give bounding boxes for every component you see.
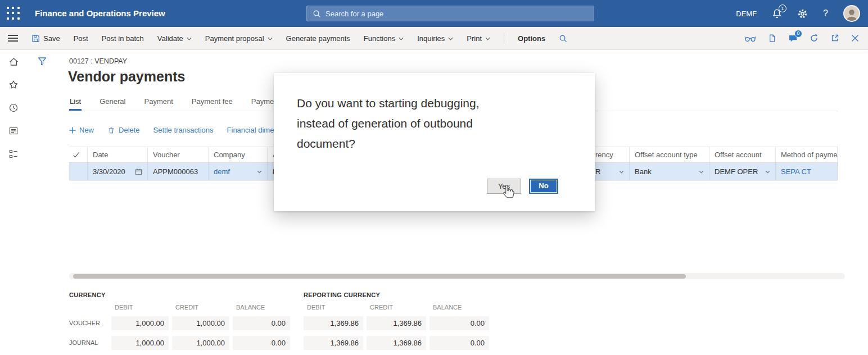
voucher-reporting-debit: 1,369.86: [304, 316, 363, 330]
action-bar-divider: [504, 33, 504, 44]
settle-transactions-button[interactable]: Settle transactions: [153, 126, 214, 134]
save-icon: [31, 34, 40, 43]
tab-list[interactable]: List: [69, 94, 82, 111]
currency-cell[interactable]: R: [590, 163, 630, 180]
chevron-down-icon[interactable]: [619, 170, 624, 174]
chevron-down-icon[interactable]: [699, 170, 704, 174]
company-picker[interactable]: DEMF: [736, 10, 757, 18]
notifications-button[interactable]: 1: [772, 8, 782, 19]
company-link[interactable]: demf: [214, 167, 230, 176]
sidebar-item-favorites[interactable]: [0, 79, 27, 90]
select-all-cell[interactable]: [69, 147, 88, 162]
company-cell[interactable]: demf: [209, 163, 268, 180]
voucher-cell[interactable]: APPM000063: [148, 163, 209, 180]
refresh-button[interactable]: [810, 34, 819, 43]
voucher-value: APPM000063: [153, 167, 198, 176]
voucher-row-label: VOUCHER: [69, 320, 100, 326]
messages-button[interactable]: 0: [788, 34, 798, 43]
search-icon: [559, 34, 567, 43]
offset-account-type-cell[interactable]: Bank: [630, 163, 709, 180]
action-search-button[interactable]: [559, 34, 567, 43]
save-button[interactable]: Save: [31, 34, 60, 43]
page-search[interactable]: [306, 6, 594, 21]
row-select-cell[interactable]: [69, 163, 88, 180]
validate-label: Validate: [157, 34, 183, 43]
column-header-method-of-payment[interactable]: Method of paymer: [776, 147, 838, 162]
print-menu[interactable]: Print: [467, 34, 490, 43]
offset-account-cell[interactable]: DEMF OPER: [709, 163, 776, 180]
chevron-down-icon: [187, 37, 192, 40]
avatar[interactable]: [843, 5, 860, 22]
method-of-payment-cell[interactable]: SEPA CT: [776, 163, 838, 180]
column-header-offset-account-type[interactable]: Offset account type: [630, 147, 709, 162]
tab-payment-partial[interactable]: Payme: [251, 94, 274, 111]
column-header-date[interactable]: Date: [88, 147, 148, 162]
voucher-currency-balance: 0.00: [233, 316, 290, 330]
cursor-hand-icon: [501, 184, 515, 199]
menu-toggle-button[interactable]: [8, 35, 18, 42]
help-button[interactable]: ?: [823, 8, 828, 19]
inquiries-label: Inquiries: [417, 34, 445, 43]
popout-button[interactable]: [830, 34, 839, 43]
delete-button[interactable]: Delete: [107, 126, 140, 134]
method-of-payment-link[interactable]: SEPA CT: [781, 167, 811, 176]
tab-general[interactable]: General: [99, 94, 126, 111]
currency-value: R: [595, 167, 600, 176]
search-icon: [313, 10, 321, 18]
app-title: Finance and Operations Preview: [35, 8, 165, 18]
close-icon: [851, 34, 859, 42]
inquiries-menu[interactable]: Inquiries: [417, 34, 453, 43]
chevron-down-icon: [399, 37, 404, 40]
settings-button[interactable]: [797, 8, 808, 19]
payment-proposal-menu[interactable]: Payment proposal: [205, 34, 273, 43]
options-button[interactable]: Options: [518, 34, 545, 43]
sidebar-item-recent[interactable]: [0, 102, 27, 113]
sidebar-item-home[interactable]: [0, 56, 27, 67]
app-launcher-button[interactable]: [7, 7, 20, 20]
message-badge: 0: [794, 30, 802, 38]
chevron-down-icon[interactable]: [257, 170, 262, 174]
scrollbar-thumb[interactable]: [73, 274, 686, 279]
sidebar-item-workspaces[interactable]: [0, 148, 27, 160]
financial-dimensions-button[interactable]: Financial dime: [227, 126, 274, 134]
journal-currency-balance: 0.00: [233, 336, 290, 350]
sidebar-item-news[interactable]: [0, 125, 27, 136]
dialog-message-line: Do you want to starting debugging,: [297, 93, 480, 113]
tab-payment[interactable]: Payment: [143, 94, 173, 111]
column-label: Company: [214, 151, 245, 159]
record-id: 00127 : VENDPAY: [69, 57, 127, 65]
document-preview-button[interactable]: [768, 34, 776, 43]
news-icon: [8, 126, 19, 136]
new-button[interactable]: New: [69, 126, 94, 134]
chevron-down-icon: [268, 37, 273, 40]
funnel-icon: [37, 56, 47, 66]
post-button[interactable]: Post: [74, 34, 88, 43]
dialog-buttons: Yes No: [487, 179, 558, 194]
column-header-company[interactable]: Company: [209, 147, 268, 162]
horizontal-scrollbar[interactable]: [69, 273, 845, 279]
home-icon: [8, 57, 19, 67]
functions-menu[interactable]: Functions: [364, 34, 404, 43]
column-header-offset-account[interactable]: Offset account: [709, 147, 776, 162]
action-bar-right: 0: [744, 27, 868, 49]
post-in-batch-button[interactable]: Post in batch: [102, 34, 144, 43]
close-button[interactable]: [851, 34, 859, 42]
search-input[interactable]: [326, 10, 588, 18]
column-header-voucher[interactable]: Voucher: [148, 147, 209, 162]
calendar-icon[interactable]: [135, 168, 142, 175]
star-icon: [8, 80, 19, 90]
no-button[interactable]: No: [529, 179, 558, 194]
validate-menu[interactable]: Validate: [157, 34, 192, 43]
journal-reporting-debit: 1,369.86: [304, 336, 363, 350]
filter-button[interactable]: [37, 56, 47, 66]
notification-badge: 1: [779, 4, 786, 12]
balance-header: BALANCE: [236, 304, 265, 311]
chevron-down-icon[interactable]: [765, 170, 770, 174]
voucher-reporting-credit: 1,369.86: [367, 316, 426, 330]
generate-payments-button[interactable]: Generate payments: [286, 34, 350, 43]
tab-payment-fee[interactable]: Payment fee: [191, 94, 233, 111]
glasses-button[interactable]: [744, 35, 756, 42]
save-label: Save: [43, 34, 60, 43]
date-cell[interactable]: 3/30/2020: [88, 163, 148, 180]
column-header-currency[interactable]: rency: [590, 147, 630, 162]
